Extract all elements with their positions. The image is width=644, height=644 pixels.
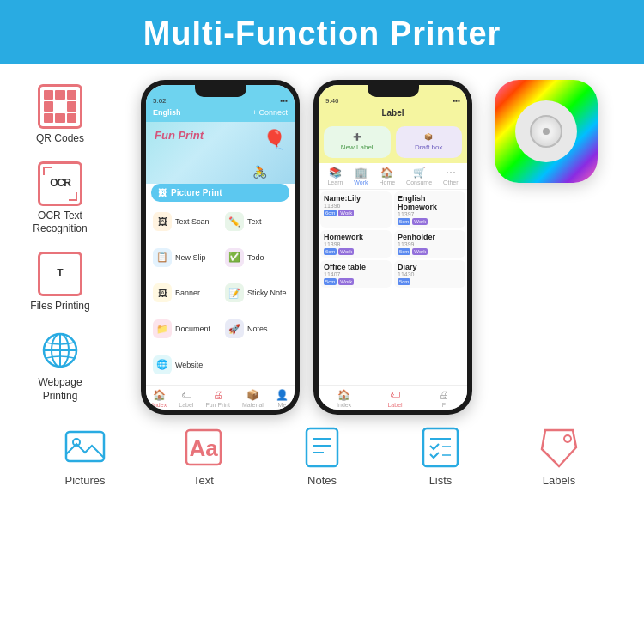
banner-label: Banner bbox=[175, 289, 200, 297]
lists-label: Lists bbox=[429, 474, 453, 487]
menu-item-todo[interactable]: ✅ Todo bbox=[222, 241, 291, 275]
menu-item-document[interactable]: 📁 Document bbox=[149, 313, 219, 346]
tab-other[interactable]: ⋯ Other bbox=[443, 167, 459, 185]
feature-text: Aa Text bbox=[181, 425, 226, 487]
nav-me-label: Me bbox=[278, 402, 287, 408]
menu-item-text[interactable]: ✏️ Text bbox=[222, 205, 291, 239]
ocr-icon: OCR bbox=[38, 161, 82, 206]
p2-nav-f[interactable]: 🖨 F bbox=[439, 389, 449, 408]
menu-item-notes[interactable]: 🚀 Notes bbox=[222, 313, 291, 346]
phone-1: 5:02 ▪▪▪ English + Connect Fun Print 🎈 🚴… bbox=[141, 80, 300, 415]
phone1-notch bbox=[195, 85, 246, 97]
printer-device-container bbox=[486, 80, 606, 191]
phone1-banner: Fun Print 🎈 🚴 bbox=[146, 122, 295, 184]
text-label: Text bbox=[247, 217, 262, 226]
list-item-diary[interactable]: Diary 11430 5cm bbox=[394, 260, 465, 288]
item-id: 11398 bbox=[324, 241, 388, 247]
notes-icon: 🚀 bbox=[225, 319, 244, 338]
item-title: Penholder bbox=[398, 233, 462, 241]
list-item-homework[interactable]: Homework 11398 6cmWork bbox=[320, 230, 392, 258]
tab-other-label: Other bbox=[443, 179, 459, 185]
item-id: 11430 bbox=[398, 271, 462, 277]
picture-icon: 🖼 bbox=[158, 188, 167, 197]
banner-decoration: 🎈 bbox=[263, 129, 286, 151]
p2-nav-index-label: Index bbox=[337, 402, 351, 408]
p2-nav-label[interactable]: 🏷 Label bbox=[387, 389, 402, 408]
labels-icon bbox=[537, 425, 581, 470]
pictures-label: Pictures bbox=[65, 474, 106, 487]
item-id: 11396 bbox=[324, 203, 388, 209]
tab-work[interactable]: 🏢 Work bbox=[354, 167, 368, 185]
menu-item-text-scan[interactable]: 🖼 Text Scan bbox=[149, 205, 219, 239]
main-content: QR Codes OCR OCR Text Recognition T File… bbox=[0, 64, 644, 415]
phone1-connect[interactable]: + Connect bbox=[252, 108, 288, 117]
nav-index-label: Index bbox=[152, 402, 167, 408]
feature-webpage: Webpage Printing bbox=[38, 328, 82, 403]
notes-label: Notes bbox=[307, 474, 337, 487]
tab-learn[interactable]: 📚 Learn bbox=[327, 167, 343, 185]
printer-button[interactable] bbox=[530, 115, 562, 148]
menu-item-banner[interactable]: 🖼 Banner bbox=[149, 276, 219, 310]
menu-item-new-slip[interactable]: 📋 New Slip bbox=[149, 241, 219, 275]
phone1-app-title: Fun Print bbox=[155, 129, 204, 142]
webpage-label: Webpage Printing bbox=[38, 376, 82, 403]
pictures-icon bbox=[63, 425, 107, 470]
phone1-header: English + Connect bbox=[146, 106, 295, 122]
tab-home[interactable]: 🏠 Home bbox=[379, 167, 395, 185]
p2-nav-index[interactable]: 🏠 Index bbox=[337, 389, 351, 408]
website-label: Website bbox=[175, 361, 203, 369]
feature-ocr: OCR OCR Text Recognition bbox=[33, 161, 87, 236]
new-label-text: New Label bbox=[341, 143, 374, 151]
nav-material[interactable]: 📦 Material bbox=[242, 389, 264, 408]
nav-me[interactable]: 👤 Me bbox=[276, 389, 289, 408]
nav-fun-print[interactable]: 🖨 Fun Print bbox=[205, 389, 229, 408]
draft-box-btn[interactable]: 📦 Draft box bbox=[396, 126, 463, 158]
notes-icon bbox=[300, 425, 344, 470]
phone2-screen: 9:46 ▪▪▪ Label ➕ New Label 📦 Draft box bbox=[319, 85, 467, 410]
qr-codes-icon bbox=[38, 84, 82, 129]
list-item-name-lily[interactable]: Name:Lily 11396 6cmWork bbox=[320, 191, 392, 228]
banner-icon: 🖼 bbox=[153, 283, 172, 302]
text-scan-icon: 🖼 bbox=[153, 212, 172, 231]
new-label-btn[interactable]: ➕ New Label bbox=[324, 126, 391, 158]
phone1-picture-btn[interactable]: 🖼 Picture Print bbox=[151, 184, 289, 202]
tab-work-label: Work bbox=[354, 179, 368, 185]
text-icon: ✏️ bbox=[225, 212, 244, 231]
item-id: 11407 bbox=[324, 271, 388, 277]
todo-icon: ✅ bbox=[225, 248, 244, 267]
menu-item-sticky-note[interactable]: 📝 Sticky Note bbox=[222, 276, 291, 310]
svg-text:Aa: Aa bbox=[189, 435, 218, 461]
text-label: Text bbox=[193, 474, 214, 487]
nav-label-text: Label bbox=[179, 402, 193, 408]
tab-consume-label: Consume bbox=[406, 179, 432, 185]
item-id: 11399 bbox=[398, 241, 462, 247]
files-label: Files Printing bbox=[30, 300, 89, 313]
new-slip-icon: 📋 bbox=[153, 248, 172, 267]
nav-material-label: Material bbox=[242, 402, 264, 408]
bottom-feature-icons: Pictures Aa Text Notes Lists bbox=[0, 415, 644, 487]
files-icon: T bbox=[38, 252, 82, 296]
phone1-language: English bbox=[153, 108, 181, 117]
website-icon: 🌐 bbox=[153, 355, 172, 374]
menu-item-website[interactable]: 🌐 Website bbox=[149, 348, 219, 381]
tab-home-label: Home bbox=[379, 179, 395, 185]
phone2-bottom-nav: 🏠 Index 🏷 Label 🖨 F bbox=[319, 385, 467, 410]
sticky-note-icon: 📝 bbox=[225, 283, 244, 302]
list-item-penholder[interactable]: Penholder 11399 5cmWork bbox=[394, 230, 465, 258]
phone1-screen: 5:02 ▪▪▪ English + Connect Fun Print 🎈 🚴… bbox=[146, 85, 295, 410]
list-row-3: Office table 11407 5cmWork Diary 11430 5… bbox=[320, 260, 465, 288]
phone2-title: Label bbox=[319, 106, 467, 123]
svg-rect-8 bbox=[307, 428, 337, 466]
tab-learn-label: Learn bbox=[327, 179, 343, 185]
list-item-office-table[interactable]: Office table 11407 5cmWork bbox=[320, 260, 392, 288]
banner-bike: 🚴 bbox=[252, 165, 267, 179]
nav-index[interactable]: 🏠 Index bbox=[152, 389, 167, 408]
phone-2: 9:46 ▪▪▪ Label ➕ New Label 📦 Draft box bbox=[313, 80, 472, 415]
tab-consume[interactable]: 🛒 Consume bbox=[406, 167, 432, 185]
printer-dot bbox=[543, 128, 550, 135]
svg-rect-4 bbox=[66, 432, 104, 461]
item-title: Diary bbox=[398, 263, 462, 271]
list-item-english-homework[interactable]: English Homework 11397 5cmWork bbox=[394, 191, 465, 228]
nav-label[interactable]: 🏷 Label bbox=[179, 389, 193, 408]
list-row-2: Homework 11398 6cmWork Penholder 11399 5… bbox=[320, 230, 465, 258]
